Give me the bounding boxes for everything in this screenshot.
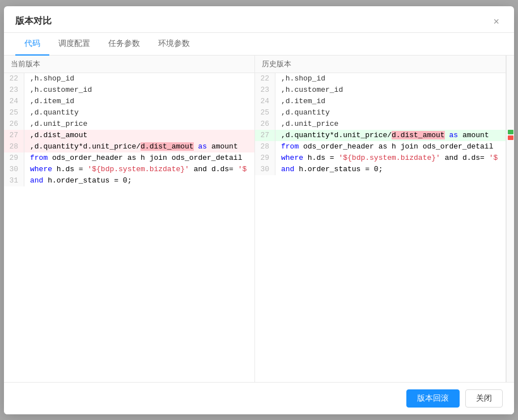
right-panel-header: 历史版本 bbox=[255, 56, 506, 73]
close-button[interactable]: 关闭 bbox=[465, 389, 503, 408]
diff-minimap bbox=[506, 56, 514, 382]
table-row: 30 where h.ds = '${bdp.system.bizdate}' … bbox=[4, 164, 254, 175]
version-diff-modal: 版本对比 × 代码 调度配置 任务参数 环境参数 当前版本 22 ,h.shop… bbox=[4, 6, 514, 414]
table-row: 27 ,d.quantity*d.unit_price/d.dist_amout… bbox=[255, 130, 506, 141]
diff-container: 当前版本 22 ,h.shop_id 23 ,h.customer_id 24 bbox=[4, 56, 514, 382]
rollback-button[interactable]: 版本回滚 bbox=[406, 389, 460, 408]
tab-env-params[interactable]: 环境参数 bbox=[149, 33, 199, 56]
minimap-mark-removed bbox=[508, 135, 513, 140]
right-panel: 历史版本 22 ,h.shop_id 23 ,h.customer_id 24 bbox=[255, 56, 506, 382]
close-icon-button[interactable]: × bbox=[490, 15, 503, 28]
minimap-mark-added bbox=[508, 130, 513, 134]
tab-task-params[interactable]: 任务参数 bbox=[99, 33, 149, 56]
table-row: 27 ,d.dist_amout bbox=[4, 130, 254, 141]
right-code-area[interactable]: 22 ,h.shop_id 23 ,h.customer_id 24 ,d.it… bbox=[255, 73, 506, 382]
table-row: 23 ,h.customer_id bbox=[4, 84, 254, 96]
table-row: 28 ,d.quantity*d.unit_price/d.dist_amout… bbox=[4, 141, 254, 152]
table-row: 25 ,d.quantity bbox=[4, 107, 254, 118]
table-row: 31 and h.order_status = 0; bbox=[4, 175, 254, 186]
tab-schedule[interactable]: 调度配置 bbox=[49, 33, 99, 56]
table-row: 22 ,h.shop_id bbox=[4, 73, 254, 84]
modal-footer: 版本回滚 关闭 bbox=[4, 382, 514, 414]
table-row: 26 ,d.unit_price bbox=[255, 118, 506, 130]
table-row: 28 from ods_order_header as h join ods_o… bbox=[255, 141, 506, 152]
table-row: 23 ,h.customer_id bbox=[255, 84, 506, 96]
tab-bar: 代码 调度配置 任务参数 环境参数 bbox=[4, 33, 514, 56]
table-row: 25 ,d.quantity bbox=[255, 107, 506, 118]
table-row: 22 ,h.shop_id bbox=[255, 73, 506, 84]
modal-header: 版本对比 × bbox=[4, 6, 514, 33]
table-row: 26 ,d.unit_price bbox=[4, 118, 254, 130]
table-row: 29 from ods_order_header as h join ods_o… bbox=[4, 152, 254, 164]
left-code-area[interactable]: 22 ,h.shop_id 23 ,h.customer_id 24 ,d.it… bbox=[4, 73, 254, 382]
tab-code[interactable]: 代码 bbox=[15, 33, 49, 56]
left-panel: 当前版本 22 ,h.shop_id 23 ,h.customer_id 24 bbox=[4, 56, 255, 382]
modal-overlay: 版本对比 × 代码 调度配置 任务参数 环境参数 当前版本 22 ,h.shop… bbox=[0, 0, 518, 420]
modal-title: 版本对比 bbox=[15, 15, 52, 27]
table-row: 30 and h.order_status = 0; bbox=[255, 164, 506, 175]
left-panel-header: 当前版本 bbox=[4, 56, 254, 73]
table-row: 29 where h.ds = '${bdp.system.bizdate}' … bbox=[255, 152, 506, 164]
table-row: 24 ,d.item_id bbox=[4, 96, 254, 107]
table-row: 24 ,d.item_id bbox=[255, 96, 506, 107]
